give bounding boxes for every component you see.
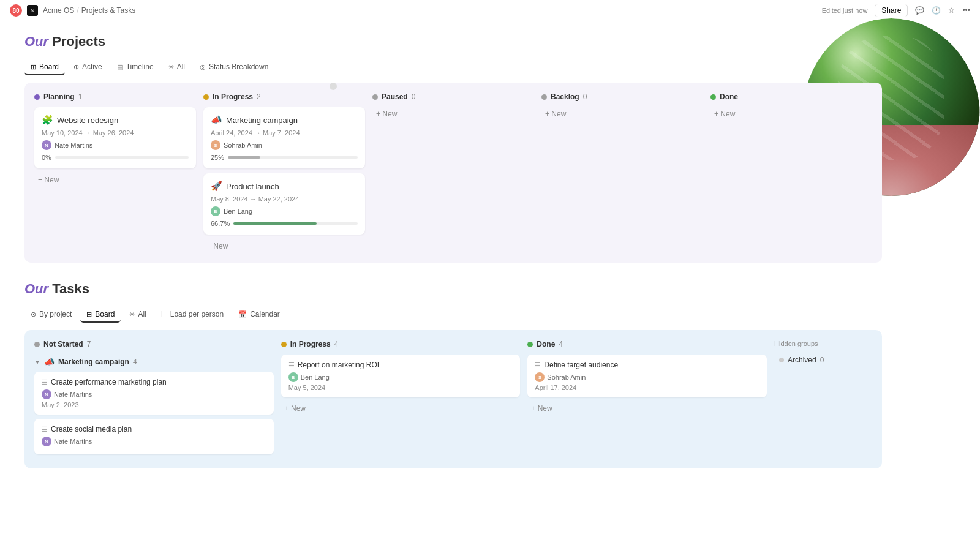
progress-marketing: 25%	[211, 154, 358, 161]
tab-tasks-all[interactable]: ✳All	[123, 307, 152, 323]
group-collapse-arrow[interactable]: ▼	[34, 359, 40, 366]
timeline-icon: ▤	[117, 63, 123, 71]
avatar-sohrab: S	[211, 140, 221, 150]
tab-by-project[interactable]: ⊙By project	[24, 307, 78, 323]
projects-title: Our Projects	[24, 34, 882, 50]
by-project-icon: ⊙	[31, 310, 36, 318]
card-product-launch: 🚀 Product launch May 8, 2024 → May 22, 2…	[203, 173, 365, 235]
more-icon[interactable]: •••	[962, 6, 970, 15]
avatar-nate-task2: N	[42, 437, 51, 446]
tab-all[interactable]: ✳All	[162, 59, 191, 75]
star-icon[interactable]: ☆	[948, 6, 955, 15]
tab-load-per-person[interactable]: ⊢Load per person	[155, 307, 230, 323]
new-inprogress[interactable]: + New	[203, 239, 365, 253]
clock-icon[interactable]: 🕐	[932, 6, 941, 15]
card-title-website: 🧩 Website redesign	[42, 115, 189, 126]
task-icon-roi: ☰	[288, 361, 295, 369]
calendar-icon: 📅	[238, 310, 247, 318]
new-backlog[interactable]: + New	[541, 107, 703, 121]
new-done[interactable]: + New	[710, 107, 872, 121]
all-icon: ✳	[168, 63, 174, 71]
projects-board-container: Planning 1 🧩 Website redesign May 10, 20…	[24, 83, 882, 263]
avatar-ben-task: B	[288, 372, 298, 382]
workspace-name: Acme OS	[43, 6, 74, 15]
avatar-nate-task: N	[42, 389, 51, 399]
projects-tab-bar: ⊞Board ⊕Active ▤Timeline ✳All ◎Status Br…	[24, 59, 882, 75]
tasks-col-done: Done 4 ☰ Define target audience S Sohrab…	[527, 340, 767, 459]
col-header-planning: Planning 1	[34, 92, 196, 101]
main-content: Our Projects ⊞Board ⊕Active ▤Timeline ✳A…	[0, 21, 907, 481]
avatar-sohrab-task: S	[535, 372, 545, 382]
tab-calendar[interactable]: 📅Calendar	[232, 307, 286, 323]
col-header-inprogress: In Progress 2	[203, 92, 365, 101]
new-planning[interactable]: + New	[34, 173, 196, 187]
topbar-left: 80 N Acme OS / Projects & Tasks	[10, 4, 135, 17]
backlog-dot	[541, 94, 547, 100]
tasks-tab-bar: ⊙By project ⊞Board ✳All ⊢Load per person…	[24, 307, 882, 323]
column-done: Done + New	[710, 92, 872, 253]
tab-board[interactable]: ⊞Board	[24, 59, 65, 75]
active-icon: ⊕	[74, 63, 79, 71]
tab-timeline[interactable]: ▤Timeline	[111, 59, 160, 75]
projects-board: Planning 1 🧩 Website redesign May 10, 20…	[34, 92, 872, 253]
avatar-ben: B	[211, 206, 221, 216]
task-card-perf-marketing: ☰ Create performance marketing plan N Na…	[34, 372, 274, 415]
task-icon-audience: ☰	[535, 361, 541, 369]
card-website-redesign: 🧩 Website redesign May 10, 2024 → May 26…	[34, 107, 196, 168]
column-planning: Planning 1 🧩 Website redesign May 10, 20…	[34, 92, 196, 253]
tasks-col-not-started: Not Started 7 ▼ 📣 Marketing campaign 4 ☰…	[34, 340, 274, 459]
new-paused[interactable]: + New	[372, 107, 534, 121]
hidden-group-archived: Archived 0	[774, 352, 872, 368]
assignee-nate: N Nate Martins	[42, 140, 189, 150]
topbar-right: Edited just now Share 💬 🕐 ☆ •••	[822, 4, 970, 17]
breadcrumb-sep: /	[77, 6, 78, 15]
hidden-groups: Hidden groups Archived 0	[774, 340, 872, 459]
page-name: Projects & Tasks	[81, 6, 135, 15]
progress-product: 66.7%	[211, 220, 358, 227]
workspace-icon: N	[27, 5, 38, 16]
task-card-roi: ☰ Report on marketing ROI B Ben Lang May…	[281, 355, 521, 397]
task-icon2: ☰	[42, 426, 48, 434]
load-icon: ⊢	[161, 310, 167, 318]
comment-icon[interactable]: 💬	[915, 6, 924, 15]
task-card-social-media: ☰ Create social media plan N Nate Martin…	[34, 419, 274, 454]
tasks-board: Not Started 7 ▼ 📣 Marketing campaign 4 ☰…	[34, 340, 872, 459]
group-header-marketing: ▼ 📣 Marketing campaign 4	[34, 355, 274, 372]
planning-dot	[34, 94, 40, 100]
breadcrumb: Acme OS / Projects & Tasks	[43, 6, 135, 15]
column-backlog: Backlog 0 + New	[541, 92, 703, 253]
tasks-section: Our Tasks ⊙By project ⊞Board ✳All ⊢Load …	[24, 281, 882, 468]
task-icon: ☰	[42, 378, 48, 386]
new-tasks-done[interactable]: + New	[527, 402, 767, 415]
column-paused: Paused 0 + New	[372, 92, 534, 253]
tasks-col-in-progress: In Progress 4 ☰ Report on marketing ROI …	[281, 340, 521, 459]
tab-active[interactable]: ⊕Active	[67, 59, 108, 75]
avatar-nate: N	[42, 140, 51, 150]
edited-status: Edited just now	[822, 7, 868, 14]
tasks-all-icon: ✳	[129, 310, 135, 318]
new-tasks-inprogress[interactable]: + New	[281, 402, 521, 415]
archived-dot	[779, 358, 784, 362]
tasks-title: Our Tasks	[24, 281, 882, 297]
minimize-board[interactable]	[330, 83, 337, 92]
paused-dot	[372, 94, 378, 100]
progress-website: 0%	[42, 154, 189, 161]
board-icon: ⊞	[31, 63, 36, 71]
tasks-board-outer: Not Started 7 ▼ 📣 Marketing campaign 4 ☰…	[24, 330, 882, 468]
column-in-progress: In Progress 2 📣 Marketing campaign April…	[203, 92, 365, 253]
logo: 80	[10, 4, 22, 17]
tab-status-breakdown[interactable]: ◎Status Breakdown	[194, 59, 274, 75]
status-icon: ◎	[200, 63, 206, 71]
card-marketing-campaign: 📣 Marketing campaign April 24, 2024 → Ma…	[203, 107, 365, 168]
done-dot	[710, 94, 716, 100]
share-button[interactable]: Share	[875, 4, 908, 17]
task-card-target-audience: ☰ Define target audience S Sohrab Amin A…	[527, 355, 767, 397]
tasks-board-icon: ⊞	[86, 310, 92, 318]
inprogress-dot	[203, 94, 209, 100]
topbar: 80 N Acme OS / Projects & Tasks Edited j…	[0, 0, 980, 21]
tab-tasks-board[interactable]: ⊞Board	[80, 307, 121, 323]
